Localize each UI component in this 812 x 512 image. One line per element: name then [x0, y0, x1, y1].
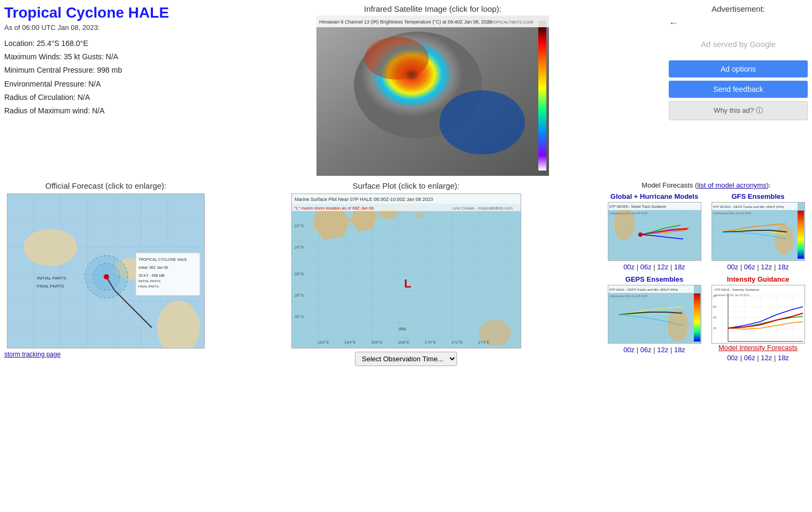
satellite-image[interactable]: Himawari-9 Channel 13 (IR) Brightness Te…	[316, 15, 549, 176]
send-feedback-button[interactable]: Send feedback	[669, 81, 808, 98]
ad-options-button[interactable]: Ad options	[669, 60, 808, 77]
svg-text:FINAL PARTS: FINAL PARTS	[37, 284, 64, 289]
svg-point-54	[416, 212, 424, 219]
svg-text:FINAL PARTS: FINAL PARTS	[138, 285, 159, 288]
satellite-section: Infrared Satellite Image (click for loop…	[202, 4, 663, 176]
intensity-18z-link[interactable]: 18z	[778, 354, 789, 362]
global-06z-link[interactable]: 06z	[640, 263, 652, 271]
why-ad-button[interactable]: Why this ad? ⓘ	[669, 101, 808, 120]
svg-text:TROPICAL CYCLONE HALE: TROPICAL CYCLONE HALE	[138, 258, 187, 261]
gfs-18z-link[interactable]: 18z	[778, 263, 789, 271]
global-model-svg: 07P SEVEN - Model Track Guidance Initial…	[608, 203, 701, 261]
svg-text:170°E: 170°E	[424, 340, 436, 345]
svg-text:Initialized at 00z Jan 08 2023: Initialized at 00z Jan 08 2023	[713, 212, 751, 215]
svg-point-2	[439, 90, 525, 154]
intensity-06z-link[interactable]: 06z	[744, 354, 755, 362]
svg-text:"L" marks storm location as of: "L" marks storm location as of 06Z Jan 0…	[295, 206, 374, 211]
intensity-model-thumb[interactable]: 07P HALE - Intensity Guidance Initialize…	[712, 285, 805, 344]
svg-rect-97	[798, 211, 804, 259]
svg-text:174°E: 174°E	[478, 340, 490, 345]
select-observation-dropdown[interactable]: Select Observation Time... Latest 06Z Ja…	[355, 352, 457, 366]
surface-plot-title[interactable]: Surface Plot (click to enlarge):	[213, 181, 599, 190]
svg-text:Initialized at 00z Jan 08 2023: Initialized at 00z Jan 08 2023	[609, 294, 647, 298]
pressure-line: Minimum Central Pressure: 998 mb	[4, 64, 197, 77]
svg-text:Levi Cowan - tropicaltidbits.c: Levi Cowan - tropicaltidbits.com	[452, 206, 513, 211]
official-forecast-map[interactable]: TROPICAL CYCLONE HALE Initial: 06Z Jan 0…	[7, 193, 205, 348]
as-of-text: As of 06:00 UTC Jan 08, 2023:	[4, 24, 197, 32]
svg-text:80: 80	[713, 294, 716, 298]
svg-text:INITIAL PARTS: INITIAL PARTS	[37, 276, 66, 281]
gfs-00z-link[interactable]: 00z	[727, 263, 738, 271]
gfs-12z-link[interactable]: 12z	[761, 263, 772, 271]
svg-text:INITIAL PARTS: INITIAL PARTS	[138, 280, 160, 283]
model-grid: Global + Hurricane Models	[605, 192, 808, 362]
satellite-title[interactable]: Infrared Satellite Image (click for loop…	[202, 4, 663, 13]
geps-model-thumb[interactable]: 07P HALE - GEPS Tracks and Min. MSLP (hP…	[608, 285, 701, 344]
global-00z-link[interactable]: 00z	[623, 263, 635, 271]
radius-circ-line: Radius of Circulation: N/A	[4, 91, 197, 104]
gfs-model-thumb[interactable]: 07P SEVEN - GEFS Tracks and Min. MSLP (h…	[712, 202, 805, 261]
svg-text:164°E: 164°E	[344, 340, 356, 345]
ad-served-text: Ad served by Google	[669, 33, 808, 55]
svg-point-109	[667, 309, 689, 342]
ad-title: Advertisement:	[669, 4, 808, 13]
storm-info: Location: 25.4°S 168.0°E Maximum Winds: …	[4, 37, 197, 118]
svg-text:168°E: 168°E	[398, 340, 409, 345]
intensity-00z-link[interactable]: 00z	[727, 354, 738, 362]
official-forecast-section: Official Forecast (click to enlarge):	[4, 181, 207, 366]
svg-text:162°E: 162°E	[318, 340, 329, 345]
title-section: Tropical Cyclone HALE As of 06:00 UTC Ja…	[4, 4, 197, 118]
svg-rect-4	[538, 21, 546, 170]
geps-00z-link[interactable]: 00z	[623, 346, 635, 354]
surface-plot-map[interactable]: L Marine Surface Plot Near 07P HALE 08:3…	[291, 193, 521, 348]
gfs-model-label: GFS Ensembles	[708, 192, 808, 200]
geps-model-item: GEPS Ensembles	[605, 275, 704, 362]
model-acronyms-link[interactable]: list of model acronyms	[697, 181, 766, 189]
global-model-label: Global + Hurricane Models	[605, 192, 704, 200]
global-time-links: 00z | 06z | 12z | 18z	[605, 263, 704, 271]
svg-point-25	[104, 274, 109, 280]
surface-plot-section: Surface Plot (click to enlarge):	[213, 181, 599, 366]
storm-tracking-link[interactable]: storm tracking page	[4, 351, 60, 358]
svg-text:35 KT - 998 MB: 35 KT - 998 MB	[138, 274, 165, 277]
model-forecasts-title-start: Model Forecasts (	[641, 181, 697, 189]
svg-text:07P HALE - GEPS Tracks and Min: 07P HALE - GEPS Tracks and Min. MSLP (hP…	[609, 288, 678, 291]
geps-06z-link[interactable]: 06z	[640, 346, 652, 354]
global-model-item: Global + Hurricane Models	[605, 192, 704, 271]
svg-text:07P SEVEN - Model Track Guidan: 07P SEVEN - Model Track Guidance	[609, 205, 666, 208]
env-pressure-line: Environmental Pressure: N/A	[4, 77, 197, 91]
svg-text:166°E: 166°E	[371, 340, 383, 345]
gfs-06z-link[interactable]: 06z	[744, 263, 755, 271]
winds-line: Maximum Winds: 35 kt Gusts: N/A	[4, 50, 197, 64]
gfs-model-item: GFS Ensembles	[708, 192, 808, 271]
geps-12z-link[interactable]: 12z	[657, 346, 668, 354]
global-model-thumb[interactable]: 07P SEVEN - Model Track Guidance Initial…	[608, 202, 701, 261]
svg-text:Initialized at 00z Jan 08 2023: Initialized at 00z Jan 08 2023	[715, 293, 749, 297]
geps-model-label: GEPS Ensembles	[605, 275, 704, 283]
svg-text:050: 050	[399, 327, 406, 331]
svg-text:30°S: 30°S	[295, 314, 304, 319]
global-12z-link[interactable]: 12z	[657, 263, 668, 271]
svg-text:L: L	[404, 277, 411, 290]
svg-text:Initial: 06Z Jan 08: Initial: 06Z Jan 08	[138, 266, 168, 269]
radius-max-line: Radius of Maximum wind: N/A	[4, 104, 197, 118]
intensity-12z-link[interactable]: 12z	[761, 354, 772, 362]
global-18z-link[interactable]: 18z	[674, 263, 685, 271]
geps-model-svg: 07P HALE - GEPS Tracks and Min. MSLP (hP…	[608, 285, 701, 344]
ad-back-arrow[interactable]: ←	[669, 18, 678, 29]
ad-served-label: Ad served by Google	[701, 40, 776, 49]
official-forecast-title[interactable]: Official Forecast (click to enlarge):	[4, 181, 207, 190]
svg-point-96	[775, 225, 794, 255]
svg-text:20: 20	[713, 327, 716, 330]
geps-18z-link[interactable]: 18z	[674, 346, 685, 354]
intensity-label: Intensity Guidance	[708, 275, 808, 283]
model-forecasts-header: Model Forecasts (list of model acronyms)…	[605, 181, 808, 189]
surface-map-svg: L Marine Surface Plot Near 07P HALE 08:3…	[292, 194, 521, 348]
model-forecasts-title-end: ):	[767, 181, 771, 189]
svg-text:60: 60	[713, 305, 716, 308]
svg-rect-110	[694, 293, 700, 342]
model-forecasts-section: Model Forecasts (list of model acronyms)…	[605, 181, 808, 366]
intensity-forecasts-link[interactable]: Model Intensity Forecasts	[708, 344, 808, 352]
gfs-model-svg: 07P SEVEN - GEFS Tracks and Min. MSLP (h…	[712, 203, 805, 261]
select-observation-container: Select Observation Time... Latest 06Z Ja…	[213, 352, 599, 366]
